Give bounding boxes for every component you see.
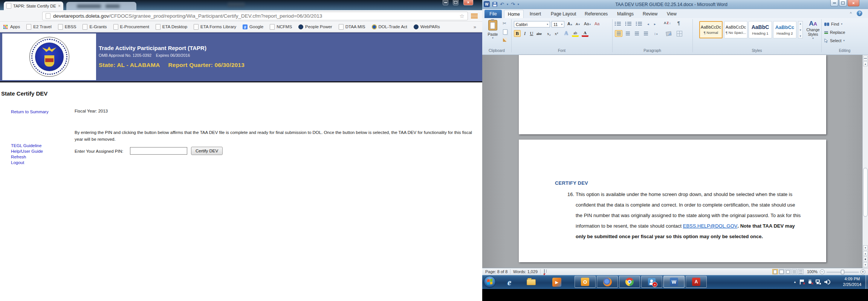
- ribbon-collapse-icon[interactable]: ^: [850, 12, 852, 16]
- bookmark-eta-desktop[interactable]: ETA Desktop: [156, 24, 187, 30]
- bookmark-star-icon[interactable]: ☆: [460, 13, 465, 20]
- find-button[interactable]: Find ▾: [824, 22, 842, 26]
- taskbar-media-player-icon[interactable]: ▶: [552, 277, 562, 287]
- volume-icon[interactable]: [824, 280, 830, 284]
- zoom-level[interactable]: 100%: [807, 269, 818, 274]
- change-styles-button[interactable]: AA Change Styles ▾: [805, 20, 821, 40]
- browser-close-button[interactable]: ×: [463, 0, 473, 5]
- bullets-button[interactable]: [615, 22, 621, 26]
- link-tegl-guideline[interactable]: TEGL Guideline: [11, 143, 41, 148]
- scroll-down-arrow[interactable]: ▾: [863, 245, 868, 250]
- taskbar-lync-button[interactable]: ×: [641, 276, 662, 288]
- browser-tab-blurred[interactable]: [66, 2, 136, 10]
- qat-customize-icon[interactable]: ▾: [518, 3, 519, 6]
- tab-file[interactable]: File: [484, 10, 502, 18]
- shrink-font-button[interactable]: A▾: [576, 22, 580, 26]
- undo-icon[interactable]: ↶: [500, 2, 504, 7]
- power-plug-icon[interactable]: ×: [808, 280, 812, 284]
- word-restore-button[interactable]: [839, 0, 847, 6]
- draft-view-button[interactable]: [798, 269, 804, 274]
- zoom-in-button[interactable]: +: [860, 269, 865, 274]
- save-icon[interactable]: [492, 2, 497, 7]
- bookmark-google[interactable]: gGoogle: [243, 24, 263, 29]
- taskbar-adobe-reader-button[interactable]: A: [686, 276, 707, 288]
- italic-button[interactable]: I: [521, 30, 528, 37]
- taskbar-clock[interactable]: 4:09 PM 2/25/2014: [840, 276, 864, 287]
- print-layout-view-button[interactable]: [772, 269, 778, 274]
- format-painter-icon[interactable]: [503, 38, 507, 42]
- bookmark-e-procurement[interactable]: E-Procurement: [113, 24, 149, 30]
- bookmark-e2-travel[interactable]: E2 Travel: [26, 24, 52, 30]
- taskbar-chrome-button[interactable]: [619, 276, 640, 288]
- tab-references[interactable]: References: [585, 11, 608, 17]
- tab-home[interactable]: Home: [504, 10, 524, 18]
- browser-minimize-button[interactable]: [443, 0, 448, 5]
- paste-button[interactable]: Paste ▾: [485, 20, 500, 40]
- select-button[interactable]: Select ▾: [824, 38, 845, 43]
- link-logout[interactable]: Logout: [11, 160, 24, 165]
- tab-insert[interactable]: Insert: [530, 11, 541, 17]
- superscript-button[interactable]: x²: [553, 30, 560, 37]
- scroll-up-arrow[interactable]: ▴: [863, 61, 868, 66]
- bookmarks-overflow-chevron[interactable]: »: [474, 24, 479, 30]
- previous-page-button[interactable]: ▴: [863, 251, 868, 256]
- multilevel-list-button[interactable]: [636, 22, 642, 26]
- zoom-out-button[interactable]: −: [820, 269, 825, 274]
- scroll-up-icon[interactable]: ▴: [800, 22, 801, 25]
- browser-tab-active[interactable]: TAPR: State Certify DEV | A ×: [4, 2, 63, 10]
- subscript-button[interactable]: x₂: [546, 30, 552, 37]
- font-color-button[interactable]: A: [582, 30, 588, 37]
- cut-icon[interactable]: ✂: [503, 21, 506, 26]
- taskbar-explorer-icon[interactable]: [526, 277, 536, 287]
- justify-button[interactable]: [642, 30, 649, 37]
- decrease-indent-button[interactable]: ◂: [647, 22, 649, 26]
- bookmark-webpars[interactable]: WebPARs: [414, 24, 440, 29]
- align-center-button[interactable]: [624, 30, 631, 37]
- pin-input[interactable]: [130, 147, 187, 155]
- page-count[interactable]: Page: 8 of 8: [485, 269, 507, 274]
- word-count[interactable]: Words: 1,029: [513, 269, 538, 274]
- zoom-slider-thumb[interactable]: [841, 270, 844, 274]
- tab-mailings[interactable]: Mailings: [617, 11, 634, 17]
- undo-dropdown-icon[interactable]: ▾: [507, 3, 508, 6]
- sort-button[interactable]: AZ↓: [664, 21, 671, 25]
- full-screen-reading-view-button[interactable]: [779, 269, 784, 274]
- network-icon[interactable]: [816, 280, 821, 284]
- select-browse-object-button[interactable]: [863, 257, 868, 261]
- replace-button[interactable]: Replace: [824, 30, 845, 35]
- bookmark-dol-trade-act[interactable]: DOL-Trade Act: [372, 24, 407, 29]
- underline-button[interactable]: U: [528, 30, 535, 37]
- link-return-to-summary[interactable]: Return to Summary: [11, 109, 49, 114]
- increase-indent-button[interactable]: ▸: [654, 22, 656, 26]
- align-left-button[interactable]: [615, 30, 622, 37]
- view-ruler-button[interactable]: [863, 56, 868, 61]
- browser-restore-button[interactable]: [453, 0, 458, 5]
- word-minimize-button[interactable]: [830, 0, 838, 6]
- gallery-expand-icon[interactable]: ▾: [800, 35, 801, 37]
- tab-review[interactable]: Review: [643, 11, 657, 17]
- line-spacing-button[interactable]: ↕▾: [654, 32, 658, 36]
- grow-font-button[interactable]: A▴: [567, 21, 572, 26]
- next-page-button[interactable]: ▾: [863, 262, 868, 267]
- bookmark-eta-forms-library[interactable]: ETA Forms Library: [194, 24, 236, 30]
- tray-expand-icon[interactable]: ▲: [793, 280, 796, 284]
- font-size-select[interactable]: 11 ▾: [552, 21, 564, 27]
- styles-gallery-scroll[interactable]: ▴ ▾ ▾: [798, 21, 803, 38]
- link-help-user-guide[interactable]: Help/User Guide: [11, 149, 43, 154]
- bookmark-e-grants[interactable]: E-Grants: [83, 24, 107, 30]
- action-center-icon[interactable]: ×: [800, 280, 804, 285]
- bookmark-ebss[interactable]: EBSS: [58, 24, 76, 30]
- text-effects-button[interactable]: A: [563, 30, 570, 37]
- style-normal[interactable]: AaBbCcDc ¶ Normal: [699, 21, 723, 38]
- taskbar-firefox-button[interactable]: [597, 276, 618, 288]
- tab-page-layout[interactable]: Page Layout: [551, 11, 576, 17]
- omnibox[interactable]: devetareports.doleta.gov /CFDOCS/grantee…: [42, 12, 468, 20]
- numbering-button[interactable]: [625, 22, 631, 26]
- change-case-button[interactable]: Aa▾: [584, 21, 591, 26]
- chrome-menu-icon[interactable]: [471, 14, 478, 19]
- tab-close-icon[interactable]: ×: [58, 4, 61, 8]
- clear-formatting-button[interactable]: Aa: [594, 21, 599, 26]
- tab-view[interactable]: View: [667, 11, 677, 17]
- scroll-down-icon[interactable]: ▾: [800, 29, 801, 31]
- show-hide-pilcrow-button[interactable]: ¶: [677, 20, 680, 26]
